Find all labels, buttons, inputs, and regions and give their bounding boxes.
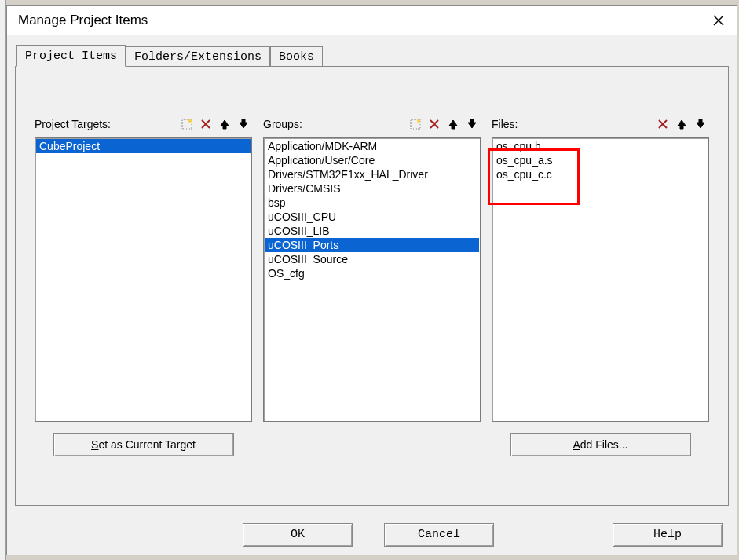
set-current-target-label: et as Current Target [98,438,195,451]
files-column: Files: os_cp [492,114,709,456]
tab-books[interactable]: Books [270,46,323,67]
list-item[interactable]: uCOSIII_Ports [265,238,479,252]
list-item[interactable]: os_cpu_a.s [493,153,708,167]
list-item[interactable]: os_cpu.h [493,139,708,153]
list-item[interactable]: Drivers/STM32F1xx_HAL_Driver [265,167,479,181]
dialog-body: Project Items Folders/Extensions Books P… [7,35,737,514]
add-files-label: dd Files... [580,438,628,451]
add-files-button[interactable]: Add Files... [510,433,691,456]
tab-folders-extensions[interactable]: Folders/Extensions [126,46,270,67]
files-label: Files: [492,118,654,130]
project-targets-column: Project Targets: [35,114,252,456]
list-item[interactable]: uCOSIII_CPU [265,210,479,224]
cancel-button[interactable]: Cancel [384,523,494,547]
list-item[interactable]: uCOSIII_Source [265,252,479,266]
list-item[interactable]: Application/MDK-ARM [265,139,479,153]
new-group-icon[interactable] [407,115,424,133]
delete-target-icon[interactable] [197,115,214,133]
files-listbox[interactable]: os_cpu.hos_cpu_a.sos_cpu_c.c [492,137,709,422]
dialog-title: Manage Project Items [18,13,708,28]
close-icon [713,15,724,26]
groups-column: Groups: [263,114,481,456]
columns-row: Project Targets: [35,114,709,456]
bottom-button-bar: OK Cancel Help [7,514,737,555]
move-target-down-icon[interactable] [235,115,252,133]
project-targets-listbox[interactable]: CubeProject [35,137,252,422]
help-button[interactable]: Help [613,523,723,547]
list-item[interactable]: CubeProject [36,139,251,153]
move-group-down-icon[interactable] [463,115,481,133]
groups-label: Groups: [263,118,407,130]
project-targets-toolbar [178,115,252,133]
manage-project-items-dialog: Manage Project Items Project Items Folde… [6,5,737,555]
list-item[interactable]: uCOSIII_LIB [265,224,479,238]
groups-toolbar [407,115,481,133]
move-file-up-icon[interactable] [673,115,690,133]
project-targets-header: Project Targets: [35,114,252,134]
move-file-down-icon[interactable] [692,115,709,133]
project-targets-label: Project Targets: [35,118,178,130]
svg-point-3 [188,119,192,123]
svg-point-7 [417,119,420,123]
files-toolbar [654,115,709,133]
tab-panel: Project Targets: [15,66,729,506]
move-target-up-icon[interactable] [216,115,233,133]
move-group-up-icon[interactable] [444,115,462,133]
groups-listbox[interactable]: Application/MDK-ARMApplication/User/Core… [263,137,481,422]
list-item[interactable]: os_cpu_c.c [493,167,708,181]
files-header: Files: [492,114,709,134]
new-target-icon[interactable] [178,115,196,133]
list-item[interactable]: Drivers/CMSIS [265,181,479,196]
tab-project-items[interactable]: Project Items [16,45,126,67]
list-item[interactable]: OS_cfg [265,266,479,280]
list-item[interactable]: Application/User/Core [265,153,479,167]
tabstrip: Project Items Folders/Extensions Books [15,44,729,66]
bg-left-strip [0,0,6,560]
titlebar: Manage Project Items [7,6,737,35]
delete-group-icon[interactable] [426,115,443,133]
close-button[interactable] [708,10,729,31]
set-as-current-target-button[interactable]: Set as Current Target [53,433,234,456]
groups-header: Groups: [263,114,481,134]
delete-file-icon[interactable] [654,115,671,133]
ok-button[interactable]: OK [243,523,353,547]
list-item[interactable]: bsp [265,196,479,210]
